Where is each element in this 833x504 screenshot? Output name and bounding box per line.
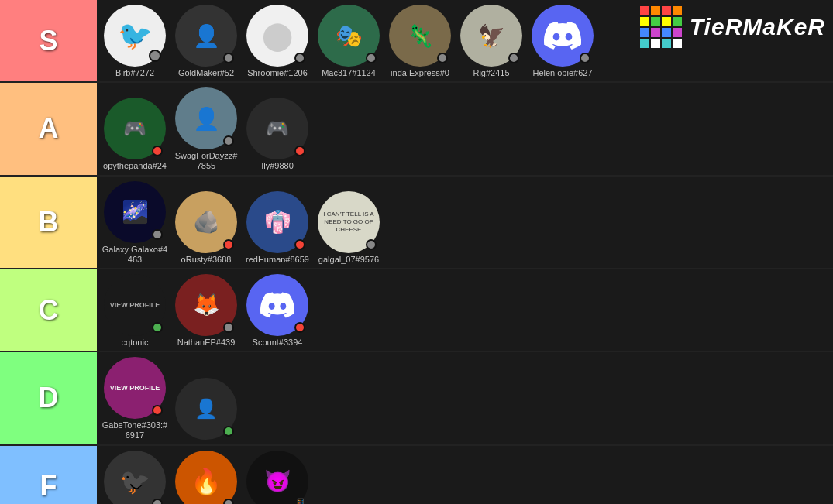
tier-row-c: C VIEW PROFILE cqtonic 🦊 NathanEP#439 [0, 269, 833, 352]
status-indicator [294, 53, 305, 63]
username: redHuman#8659 [246, 255, 309, 265]
tier-list: S 🐦 Birb#7272 👤 [0, 0, 833, 504]
avatar: I CAN'T TELL IS A NEED TO GO OF CHEESE [318, 191, 380, 253]
username: Shroomie#1206 [247, 68, 308, 78]
list-item: ⬤ Shroomie#1206 [243, 3, 312, 80]
tier-row-d: D VIEW PROFILE GabeTone#303:#6917 👤 [0, 352, 833, 445]
avatar: 😈 📱 [246, 451, 308, 505]
avatar: 🦅 [460, 5, 522, 67]
avatar: 👤 [175, 378, 237, 440]
list-item: Helen opie#627 [528, 3, 597, 80]
status-indicator [152, 322, 163, 333]
username: Scount#3394 [253, 338, 303, 348]
tier-row-f: F 🐦‍⬛ ightsketch.#03. 🔥 [0, 446, 833, 505]
status-indicator [508, 53, 519, 63]
username: SwagForDayzz#7855 [173, 151, 239, 171]
tier-content-a: 🎮 opythepanda#24 👤 SwagForDayzz#7855 [97, 83, 833, 174]
avatar: 🎮 [246, 98, 308, 159]
status-indicator [223, 322, 234, 333]
list-item: 🪨 oRusty#3688 [171, 190, 241, 266]
username: Mac317#1124 [322, 68, 376, 78]
avatar: 🦊 [175, 274, 237, 336]
avatar: VIEW PROFILE [104, 357, 166, 419]
status-indicator [149, 50, 161, 62]
tier-label-f: F [0, 446, 97, 505]
avatar: 🪨 [175, 191, 237, 253]
username: Galaxy Galaxo#4463 [102, 245, 168, 265]
username: Rig#2415 [473, 68, 509, 78]
avatar: VIEW PROFILE [104, 274, 166, 336]
status-indicator: 📱 [294, 499, 305, 505]
tier-content-b: 🌌 Galaxy Galaxo#4463 🪨 oRusty#3688 [97, 177, 833, 268]
status-indicator [152, 499, 163, 505]
avatar: 🌌 [104, 181, 166, 243]
avatar: 👘 [246, 191, 308, 253]
username: NathanEP#439 [177, 338, 236, 348]
tier-content-c: VIEW PROFILE cqtonic 🦊 NathanEP#439 [97, 269, 833, 351]
tier-content-d: VIEW PROFILE GabeTone#303:#6917 👤 [97, 352, 833, 444]
avatar: 👤 [175, 87, 237, 149]
username: galgal_07#9576 [318, 255, 379, 265]
list-item: 👤 [171, 376, 241, 443]
status-indicator [152, 229, 163, 240]
status-indicator [152, 146, 163, 156]
list-item: 🐦 Birb#7272 [100, 3, 170, 80]
status-indicator [223, 53, 234, 63]
username: Birb#7272 [115, 68, 154, 78]
avatar: ⬤ [246, 5, 308, 67]
avatar: 🎭 [318, 5, 380, 67]
status-indicator [223, 499, 234, 505]
username: GabeTone#303:#6917 [102, 420, 168, 441]
status-indicator [580, 53, 590, 63]
avatar [532, 5, 594, 67]
list-item: 🎭 Mac317#1124 [314, 3, 384, 80]
username: Helen opie#627 [532, 68, 592, 78]
list-item: 🐦‍⬛ ightsketch.#03. [100, 449, 170, 505]
username: Ily#9880 [261, 161, 294, 171]
status-indicator [366, 239, 377, 250]
status-indicator [223, 426, 234, 437]
list-item: 👤 SwagForDayzz#7855 [171, 86, 241, 173]
list-item: 🔥 Snugget#2242 [171, 449, 241, 505]
list-item: 🦎 inda Express#0 [385, 3, 455, 80]
list-item: 🌌 Galaxy Galaxo#4463 [100, 180, 170, 266]
tier-label-s: S [0, 0, 97, 81]
tier-row-a: A 🎮 opythepanda#24 👤 [0, 83, 833, 176]
tier-label-c: C [0, 269, 97, 351]
avatar [246, 274, 308, 336]
username: cqtonic [122, 338, 149, 348]
list-item: 🎮 Ily#9880 [243, 96, 312, 173]
list-item: 🎮 opythepanda#24 [100, 96, 170, 173]
username: opythepanda#24 [103, 161, 167, 171]
avatar: 🦎 [389, 5, 451, 67]
avatar: 🐦‍⬛ [104, 451, 166, 505]
status-indicator [294, 239, 305, 250]
status-indicator [294, 146, 305, 156]
status-indicator [223, 135, 234, 146]
tier-label-d: D [0, 352, 97, 444]
list-item: Scount#3394 [243, 273, 312, 349]
status-indicator [223, 239, 234, 250]
tier-content-f: 🐦‍⬛ ightsketch.#03. 🔥 Snugget#2242 [97, 446, 833, 505]
status-indicator [294, 322, 305, 333]
list-item: VIEW PROFILE GabeTone#303:#6917 [100, 355, 170, 442]
list-item: 👤 GoldMaker#52 [171, 3, 241, 80]
list-item: I CAN'T TELL IS A NEED TO GO OF CHEESE g… [314, 190, 384, 266]
list-item: VIEW PROFILE cqtonic [100, 273, 170, 349]
avatar: 👤 [175, 5, 237, 67]
tier-row-b: B 🌌 Galaxy Galaxo#4463 🪨 [0, 177, 833, 269]
avatar: 🎮 [104, 98, 166, 159]
list-item: 🦊 NathanEP#439 [171, 273, 241, 349]
avatar: 🔥 [175, 451, 237, 505]
tier-label-b: B [0, 177, 97, 268]
username: GoldMaker#52 [178, 68, 234, 78]
username: oRusty#3688 [181, 255, 232, 265]
list-item: 👘 redHuman#8659 [243, 190, 312, 266]
tier-label-a: A [0, 83, 97, 174]
tiermaker-logo-text: TieRMaKeR [690, 14, 825, 40]
list-item: 🦅 Rig#2415 [456, 3, 526, 80]
status-indicator [366, 53, 377, 63]
list-item: 😈 📱 Zelph#4335 [243, 449, 312, 505]
status-indicator [152, 405, 163, 416]
username: inda Express#0 [391, 68, 449, 78]
